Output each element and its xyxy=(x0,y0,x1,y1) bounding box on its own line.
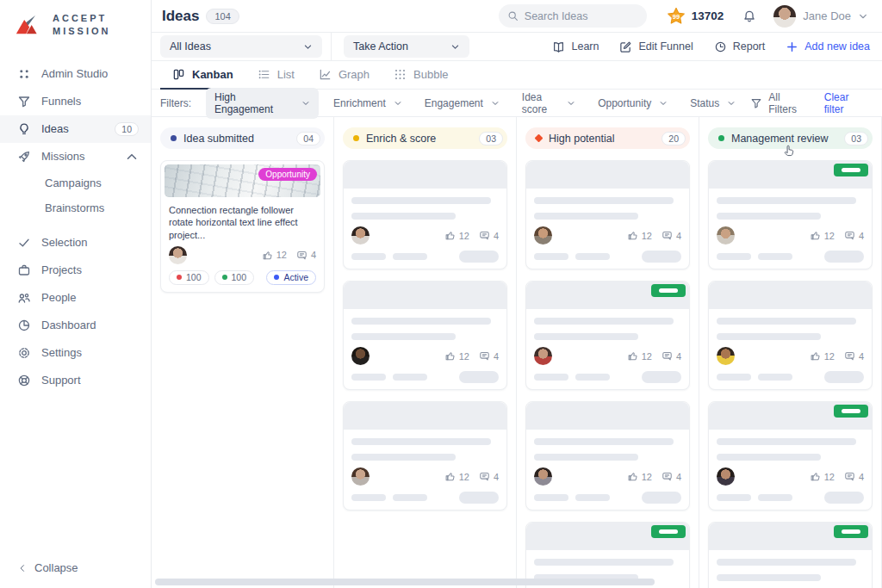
search-input[interactable] xyxy=(525,10,628,22)
take-action-select[interactable]: Take Action xyxy=(344,35,469,58)
idea-card[interactable]: 124 xyxy=(343,281,507,390)
points-counter[interactable]: 99 13702 xyxy=(666,6,724,27)
filter-dropdown-status[interactable]: Status xyxy=(690,97,736,109)
score-dot-icon xyxy=(177,275,182,280)
active-filter-chip[interactable]: High Engagement xyxy=(206,88,319,119)
column-header: Management review03 xyxy=(708,127,873,149)
sidebar-subitem-brainstorms[interactable]: Brainstorms xyxy=(0,195,151,220)
report-button[interactable]: Report xyxy=(714,40,766,53)
avatar xyxy=(717,226,735,244)
sidebar-item-label: Missions xyxy=(41,150,85,163)
sidebar-item-projects[interactable]: Projects xyxy=(0,257,151,284)
sidebar-item-dashboard[interactable]: Dashboard xyxy=(0,312,151,339)
idea-card[interactable]: OpportunityConnection rectangle follower… xyxy=(160,160,325,293)
card-footer: 124 xyxy=(169,246,316,264)
filter-dropdown-idea-score[interactable]: Idea score xyxy=(522,91,575,115)
add-new-idea-label: Add new idea xyxy=(804,40,870,53)
all-filters-button[interactable]: All Filters xyxy=(750,91,809,115)
app-window: ACCEPT MISSION Admin StudioFunnelsIdeas1… xyxy=(0,0,882,588)
thumb-icon xyxy=(810,230,821,241)
search-box[interactable] xyxy=(499,4,647,28)
points-value: 13702 xyxy=(692,9,724,22)
sidebar-item-people[interactable]: People xyxy=(0,284,151,312)
idea-card[interactable]: 124 xyxy=(343,401,507,511)
thumb-icon xyxy=(444,471,456,482)
skeleton-pill xyxy=(575,494,610,501)
edit-funnel-button[interactable]: Edit Funnel xyxy=(619,40,693,53)
card-image-placeholder xyxy=(526,161,689,189)
idea-card[interactable]: 124 xyxy=(708,160,873,269)
idea-card[interactable]: 124 xyxy=(708,281,873,390)
comments-count: 4 xyxy=(479,230,499,241)
comment-icon xyxy=(479,350,490,362)
sidebar-item-support[interactable]: Support xyxy=(0,367,151,394)
tab-kanban[interactable]: Kanban xyxy=(160,61,245,90)
comments-count: 4 xyxy=(844,350,864,362)
skeleton-pill xyxy=(824,492,864,504)
sidebar-item-label: Dashboard xyxy=(41,319,96,331)
column-name: High potential xyxy=(549,133,614,145)
brand-wordmark: ACCEPT MISSION xyxy=(53,12,110,38)
toolbar-actions: Learn Edit Funnel Report Add new idea xyxy=(552,40,882,53)
sidebar-item-label: Projects xyxy=(41,263,82,276)
filter-dropdown-label: Enrichment xyxy=(333,97,386,109)
sidebar-item-admin-studio[interactable]: Admin Studio xyxy=(0,60,151,88)
label-ribbon xyxy=(834,525,868,538)
comments-value: 4 xyxy=(676,231,681,241)
card-footer: 124 xyxy=(534,467,681,486)
skeleton-pill xyxy=(393,374,427,381)
sidebar-item-ideas[interactable]: Ideas10 xyxy=(0,115,151,143)
card-image-placeholder xyxy=(709,161,872,189)
idea-card[interactable]: 124 xyxy=(525,281,690,390)
skeleton-pill xyxy=(758,374,792,381)
skeleton-line xyxy=(534,333,638,340)
idea-card[interactable]: 124 xyxy=(343,160,507,269)
likes-value: 12 xyxy=(459,351,469,362)
skeleton-badges xyxy=(351,371,499,383)
idea-card[interactable]: 124 xyxy=(525,401,690,511)
likes-value: 12 xyxy=(642,351,652,362)
horizontal-scrollbar-thumb[interactable] xyxy=(155,579,655,585)
score-badge: 100 xyxy=(214,270,255,285)
avatar xyxy=(351,347,370,365)
idea-card[interactable]: 124 xyxy=(708,401,873,511)
filter-dropdown-opportunity[interactable]: Opportunity xyxy=(598,97,668,109)
tab-graph[interactable]: Graph xyxy=(307,61,382,90)
notifications-bell-icon[interactable] xyxy=(742,9,756,23)
idea-card[interactable]: 124 xyxy=(708,522,873,588)
skeleton-pill xyxy=(824,251,864,263)
idea-card[interactable]: 124 xyxy=(525,160,690,269)
comment-icon xyxy=(662,471,673,482)
tab-list[interactable]: List xyxy=(245,61,307,90)
column-status-circle-icon xyxy=(718,135,724,141)
sidebar-item-badge: 10 xyxy=(115,122,139,136)
card-stats: 124 xyxy=(627,471,681,482)
sidebar-subitem-campaigns[interactable]: Campaigns xyxy=(0,170,151,195)
rocket-icon xyxy=(17,150,31,164)
learn-button[interactable]: Learn xyxy=(552,40,599,53)
card-image-placeholder xyxy=(709,282,872,309)
tab-bubble[interactable]: Bubble xyxy=(382,61,460,90)
skeleton-pill xyxy=(393,253,427,260)
filter-dropdown-engagement[interactable]: Engagement xyxy=(425,97,500,109)
column-status-circle-icon xyxy=(171,135,177,141)
thumb-icon xyxy=(262,250,273,261)
skeleton-pill xyxy=(575,253,610,260)
sidebar-item-missions[interactable]: Missions xyxy=(0,143,151,170)
scope-select[interactable]: All Ideas xyxy=(160,35,322,58)
card-stats: 124 xyxy=(810,471,864,482)
user-menu[interactable]: Jane Doe xyxy=(773,5,868,28)
likes-value: 12 xyxy=(459,231,469,241)
sidebar-item-funnels[interactable]: Funnels xyxy=(0,88,151,115)
search-icon xyxy=(507,10,519,22)
collapse-button[interactable]: Collapse xyxy=(17,561,78,574)
column-name: Management review xyxy=(731,133,829,145)
filter-dropdown-enrichment[interactable]: Enrichment xyxy=(333,97,402,109)
sidebar-item-selection[interactable]: Selection xyxy=(0,229,151,257)
sidebar-item-settings[interactable]: Settings xyxy=(0,339,151,367)
pie-chart-icon xyxy=(17,319,31,332)
add-new-idea-button[interactable]: Add new idea xyxy=(786,40,870,53)
card-image-placeholder xyxy=(344,282,506,309)
kanban-column-high-potential: High potential20124124124124 xyxy=(517,117,699,588)
clear-filter-button[interactable]: Clear filter xyxy=(824,91,870,115)
